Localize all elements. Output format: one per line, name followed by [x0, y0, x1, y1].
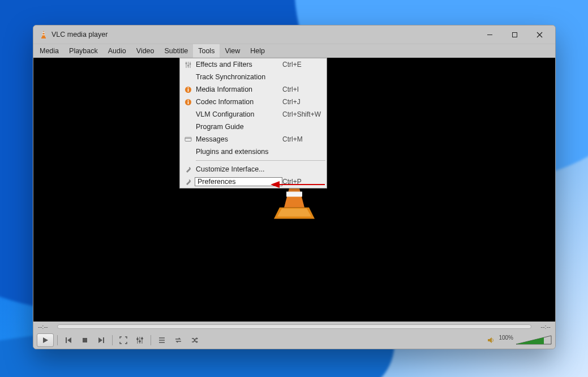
menu-tools[interactable]: Tools: [193, 44, 220, 58]
close-button[interactable]: [527, 27, 552, 42]
svg-marker-29: [43, 337, 48, 343]
menu-item-shortcut: Ctrl+E: [282, 61, 327, 68]
window-title: VLC media player: [51, 31, 477, 38]
svg-point-17: [187, 65, 189, 66]
svg-marker-33: [98, 337, 102, 343]
svg-rect-30: [66, 337, 67, 343]
svg-marker-0: [42, 31, 45, 37]
svg-rect-10: [286, 192, 302, 197]
menu-item-label: Plugins and extensions: [196, 148, 282, 156]
svg-rect-5: [512, 32, 517, 37]
menu-item-label: Messages: [196, 135, 282, 143]
menu-effects-filters[interactable]: Effects and Filters Ctrl+E: [180, 58, 327, 71]
sliders-icon: [180, 61, 196, 68]
loop-button[interactable]: [171, 334, 186, 346]
separator: [151, 335, 151, 345]
menu-help[interactable]: Help: [245, 44, 270, 58]
title-bar: VLC media player: [33, 25, 555, 44]
svg-marker-44: [488, 337, 492, 343]
svg-rect-34: [103, 337, 104, 343]
menu-item-label: Codec Information: [196, 98, 282, 106]
menu-media[interactable]: Media: [35, 44, 64, 58]
random-button[interactable]: [187, 334, 202, 346]
svg-point-21: [187, 87, 188, 88]
message-icon: [180, 136, 196, 143]
svg-rect-1: [41, 37, 46, 38]
menu-playback[interactable]: Playback: [64, 44, 103, 58]
menu-vlm-config[interactable]: VLM Configuration Ctrl+Shift+W: [180, 108, 327, 121]
menu-video[interactable]: Video: [131, 44, 160, 58]
time-elapsed[interactable]: --:--: [38, 323, 54, 330]
seek-bar[interactable]: [57, 324, 531, 329]
app-window: VLC media player Media Playback Audio Vi…: [33, 25, 556, 349]
separator: [57, 335, 58, 345]
menu-item-label: Track Synchronization: [196, 73, 282, 81]
menu-audio[interactable]: Audio: [103, 44, 131, 58]
menu-track-sync[interactable]: Track Synchronization: [180, 71, 327, 83]
svg-point-24: [187, 100, 188, 101]
maximize-button[interactable]: [502, 27, 527, 42]
svg-point-40: [141, 338, 143, 340]
menu-item-label: Preferences: [195, 177, 282, 186]
svg-rect-23: [187, 101, 188, 104]
svg-marker-12: [277, 209, 311, 217]
play-button[interactable]: [37, 333, 54, 347]
menu-item-label: Effects and Filters: [196, 61, 282, 68]
svg-point-16: [185, 62, 187, 64]
menu-item-shortcut: Ctrl+I: [282, 85, 327, 93]
menu-separator: [196, 160, 325, 161]
control-bar: 100%: [33, 332, 555, 349]
menu-item-label: Program Guide: [196, 123, 282, 131]
svg-rect-32: [83, 338, 87, 342]
volume-control: 100%: [485, 334, 552, 346]
playlist-button[interactable]: [154, 334, 169, 346]
svg-point-39: [139, 341, 141, 342]
svg-rect-20: [187, 89, 188, 92]
footer: --:-- --:--: [33, 322, 555, 349]
time-remaining[interactable]: --:--: [535, 323, 551, 330]
svg-rect-2: [42, 32, 44, 33]
menu-codec-info[interactable]: Codec Information Ctrl+J: [180, 96, 327, 108]
mute-button[interactable]: [485, 334, 496, 346]
menu-customize-interface[interactable]: Customize Interface...: [180, 163, 327, 175]
menu-item-label: VLM Configuration: [196, 110, 282, 118]
minimize-button[interactable]: [477, 27, 502, 42]
tools-dropdown: Effects and Filters Ctrl+E Track Synchro…: [179, 58, 327, 188]
svg-point-38: [137, 339, 139, 340]
previous-button[interactable]: [61, 334, 76, 346]
menu-item-shortcut: Ctrl+M: [282, 135, 327, 143]
vlc-cone-icon: [39, 30, 48, 39]
wrench-icon: [180, 166, 196, 173]
stop-button[interactable]: [78, 334, 92, 346]
video-area[interactable]: Effects and Filters Ctrl+E Track Synchro…: [33, 58, 555, 322]
fullscreen-button[interactable]: [116, 334, 131, 346]
menu-item-shortcut: Ctrl+J: [282, 98, 327, 106]
menu-plugins[interactable]: Plugins and extensions: [180, 145, 327, 158]
svg-marker-31: [67, 337, 71, 343]
menu-item-shortcut: Ctrl+P: [282, 178, 327, 186]
menu-program-guide[interactable]: Program Guide: [180, 121, 327, 133]
svg-rect-3: [42, 35, 45, 35]
menu-item-label: Media Information: [196, 85, 282, 93]
menu-preferences[interactable]: Preferences Ctrl+P: [180, 175, 327, 188]
menu-media-info[interactable]: Media Information Ctrl+I: [180, 83, 327, 96]
info-icon: [180, 86, 196, 93]
svg-point-18: [189, 63, 191, 65]
extended-settings-button[interactable]: [132, 334, 147, 346]
seek-row: --:-- --:--: [33, 322, 555, 332]
volume-slider[interactable]: [516, 335, 552, 346]
menu-subtitle[interactable]: Subtitle: [160, 44, 194, 58]
next-button[interactable]: [94, 334, 109, 346]
menu-view[interactable]: View: [220, 44, 245, 58]
info-icon: [180, 98, 196, 106]
wrench-icon: [180, 178, 196, 186]
menu-messages[interactable]: Messages Ctrl+M: [180, 133, 327, 145]
svg-rect-25: [185, 137, 191, 141]
menu-item-shortcut: Ctrl+Shift+W: [282, 110, 327, 118]
volume-percent: 100%: [499, 335, 513, 341]
menu-item-label: Customize Interface...: [196, 165, 282, 173]
menu-bar: Media Playback Audio Video Subtitle Tool…: [33, 44, 555, 58]
separator: [112, 335, 113, 345]
